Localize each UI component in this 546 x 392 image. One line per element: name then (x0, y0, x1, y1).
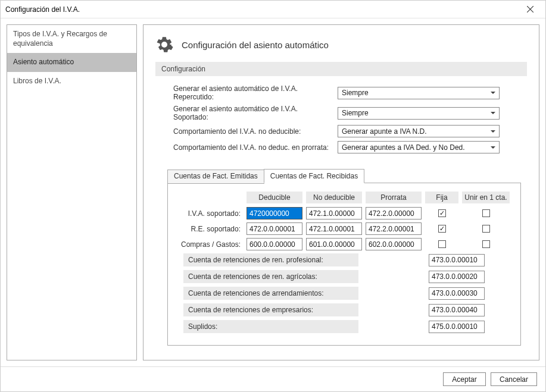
col-header-prorrata: Prorrata (366, 192, 422, 203)
config-row-nodeducible: Comportamiento del I.V.A. no deducible: … (173, 125, 521, 137)
config-label: Generar el asiento automático de I.V.A. … (173, 105, 333, 121)
checkbox-iva-unir[interactable] (482, 209, 490, 217)
row-ret-agricolas: Cuenta de retenciones de ren. agrícolas: (179, 270, 510, 283)
config-label: Comportamiento del I.V.A. no deduc. en p… (173, 143, 333, 152)
row-ret-profesional: Cuenta de retenciones de ren. profesiona… (179, 253, 510, 266)
input-ret-profesional[interactable] (429, 254, 485, 266)
input-suplidos[interactable] (429, 321, 485, 333)
dropdown-repercutido[interactable]: Siempre (338, 87, 500, 99)
accept-button[interactable]: Aceptar (443, 372, 486, 386)
config-row-prorrata: Comportamiento del I.V.A. no deduc. en p… (173, 141, 521, 153)
chevron-down-icon (489, 112, 497, 114)
panel-title: Configuración del asiento automático (182, 40, 329, 50)
input-iva-nodeducible[interactable] (306, 207, 362, 219)
input-re-deducible[interactable] (247, 222, 302, 235)
checkbox-compras-unir[interactable] (482, 240, 490, 248)
dropdown-nodeducible[interactable]: Generar apunte a IVA N.D. (338, 125, 500, 137)
dropdown-value: Siempre (342, 109, 369, 117)
col-header-fija: Fija (425, 192, 458, 203)
dropdown-prorrata[interactable]: Generar apuntes a IVA Ded. y No Ded. (338, 141, 500, 153)
config-rows: Generar el asiento automático de I.V.A. … (155, 84, 527, 157)
section-header: Configuración (155, 62, 527, 76)
input-iva-deducible[interactable] (247, 207, 302, 219)
dropdown-value: Siempre (342, 89, 369, 97)
tab-panel: Deducible No deducible Prorrata Fija Uni… (167, 183, 521, 346)
grid-row-compras: Compras / Gastos: (179, 238, 510, 250)
dropdown-soportado[interactable]: Siempre (338, 107, 500, 120)
checkbox-re-unir[interactable] (482, 225, 490, 233)
checkbox-iva-fija[interactable] (438, 209, 446, 217)
input-iva-prorrata[interactable] (366, 207, 422, 219)
sidebar-item-tipos[interactable]: Tipos de I.V.A. y Recargos de equivalenc… (7, 25, 136, 53)
main-panel: Configuración del asiento automático Con… (143, 24, 539, 360)
long-label: Cuenta de retenciones de ren. profesiona… (183, 253, 358, 266)
col-header-deducible: Deducible (247, 192, 302, 203)
window-title: Configuración del I.V.A. (5, 5, 518, 14)
col-header-nodeducible: No deducible (306, 192, 362, 203)
row-ret-empresarios: Cuenta de retenciones de empresarios: (179, 303, 510, 316)
checkbox-compras-fija[interactable] (438, 240, 446, 248)
chevron-down-icon (489, 92, 497, 94)
row-label: I.V.A. soportado: (179, 209, 247, 218)
input-ret-empresarios[interactable] (429, 304, 485, 316)
grid-row-re-soportado: R.E. soportado: (179, 222, 510, 235)
grid-row-iva-soportado: I.V.A. soportado: (179, 207, 510, 219)
col-header-unir: Unir en 1 cta. (462, 192, 510, 203)
long-label: Suplidos: (183, 320, 358, 333)
chevron-down-icon (489, 146, 497, 149)
dropdown-value: Generar apuntes a IVA Ded. y No Ded. (342, 143, 465, 152)
config-row-repercutido: Generar el asiento automático de I.V.A. … (173, 84, 521, 101)
long-label: Cuenta de retenciones de empresarios: (183, 303, 358, 316)
gear-icon (155, 36, 173, 54)
input-ret-arrendamientos[interactable] (429, 287, 485, 300)
input-compras-deducible[interactable] (247, 238, 302, 250)
footer: Aceptar Cancelar (1, 366, 545, 391)
grid-header-row: Deducible No deducible Prorrata Fija Uni… (179, 192, 510, 203)
row-suplidos: Suplidos: (179, 320, 510, 333)
row-ret-arrendamientos: Cuenta de retenciones de arrendamientos: (179, 287, 510, 300)
input-re-nodeducible[interactable] (306, 222, 362, 235)
row-label: Compras / Gastos: (179, 240, 247, 249)
tabs-area: Cuentas de Fact. Emitidas Cuentas de Fac… (167, 169, 521, 346)
long-label: Cuenta de retenciones de ren. agrícolas: (183, 270, 358, 283)
titlebar: Configuración del I.V.A. (1, 1, 545, 18)
tab-emitidas[interactable]: Cuentas de Fact. Emitidas (167, 170, 264, 184)
input-re-prorrata[interactable] (366, 222, 422, 235)
cancel-button[interactable]: Cancelar (491, 372, 537, 386)
long-label: Cuenta de retenciones de arrendamientos: (183, 287, 358, 300)
config-row-soportado: Generar el asiento automático de I.V.A. … (173, 105, 521, 121)
tab-recibidas[interactable]: Cuentas de Fact. Recibidas (264, 169, 364, 183)
tab-strip: Cuentas de Fact. Emitidas Cuentas de Fac… (167, 169, 521, 183)
checkbox-re-fija[interactable] (438, 225, 446, 233)
row-label: R.E. soportado: (179, 225, 247, 233)
dropdown-value: Generar apunte a IVA N.D. (342, 127, 427, 136)
sidebar-item-asiento[interactable]: Asiento automático (7, 53, 136, 72)
input-compras-prorrata[interactable] (366, 238, 422, 250)
panel-header: Configuración del asiento automático (155, 36, 527, 54)
config-label: Generar el asiento automático de I.V.A. … (173, 84, 333, 101)
input-ret-agricolas[interactable] (429, 271, 485, 283)
close-icon (527, 6, 533, 12)
sidebar-item-libros[interactable]: Libros de I.V.A. (7, 72, 136, 91)
chevron-down-icon (489, 130, 497, 133)
config-label: Comportamiento del I.V.A. no deducible: (173, 127, 333, 136)
sidebar: Tipos de I.V.A. y Recargos de equivalenc… (7, 24, 137, 360)
close-button[interactable] (518, 1, 542, 18)
content-area: Tipos de I.V.A. y Recargos de equivalenc… (1, 18, 545, 366)
input-compras-nodeducible[interactable] (306, 238, 362, 250)
